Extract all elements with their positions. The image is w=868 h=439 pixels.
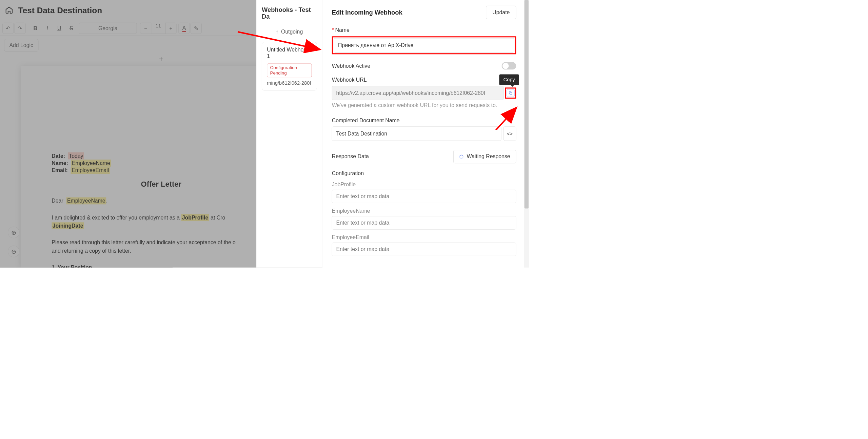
employeeemail-input[interactable] (332, 243, 516, 256)
waiting-response-button[interactable]: Waiting Response (453, 150, 516, 163)
scrollbar-track[interactable] (524, 0, 529, 268)
webhook-url-preview: ming/b612f062-280f (267, 80, 312, 86)
employeename-input[interactable] (332, 216, 516, 230)
svg-rect-0 (510, 92, 512, 95)
annotation-arrow-2 (492, 105, 520, 130)
annotation-arrow-1 (238, 29, 324, 54)
webhook-active-toggle[interactable] (502, 62, 516, 69)
webhook-url-hint: We've generated a custom webhook URL for… (332, 102, 516, 109)
copy-url-button[interactable] (507, 89, 514, 97)
spinner-icon (459, 154, 463, 159)
jobprofile-input[interactable] (332, 190, 516, 203)
drawer-title: Edit Incoming Webhook (332, 9, 402, 16)
name-highlight-box (332, 36, 516, 54)
config-pending-badge: Configuration Pending (267, 64, 312, 77)
completed-doc-name-input[interactable] (332, 127, 501, 141)
webhook-name-input[interactable] (334, 38, 514, 53)
copy-tooltip: Copy (499, 74, 519, 85)
webhook-url-label: Webhook URL (332, 77, 516, 83)
webhook-url-input[interactable]: https://v2.api.crove.app/api/webhooks/in… (332, 86, 504, 100)
edit-webhook-drawer: Edit Incoming Webhook Update Name Webhoo… (322, 0, 526, 268)
config-field-label: EmployeeName (332, 208, 516, 214)
scrollbar-thumb[interactable] (525, 0, 529, 208)
docname-label: Completed Document Name (332, 117, 516, 124)
svg-line-2 (238, 32, 320, 49)
response-data-label: Response Data (332, 153, 369, 160)
copy-highlight-box (505, 87, 516, 99)
config-field-label: EmployeeEmail (332, 234, 516, 241)
webhooks-panel-title: Webhooks - Test Da (262, 6, 317, 20)
config-field-label: JobProfile (332, 181, 516, 188)
copy-icon (509, 91, 513, 95)
update-button[interactable]: Update (486, 6, 516, 19)
svg-line-4 (496, 107, 517, 130)
webhook-active-label: Webhook Active (332, 63, 370, 69)
name-field-label: Name (332, 27, 516, 34)
configuration-heading: Configuration (332, 170, 516, 177)
